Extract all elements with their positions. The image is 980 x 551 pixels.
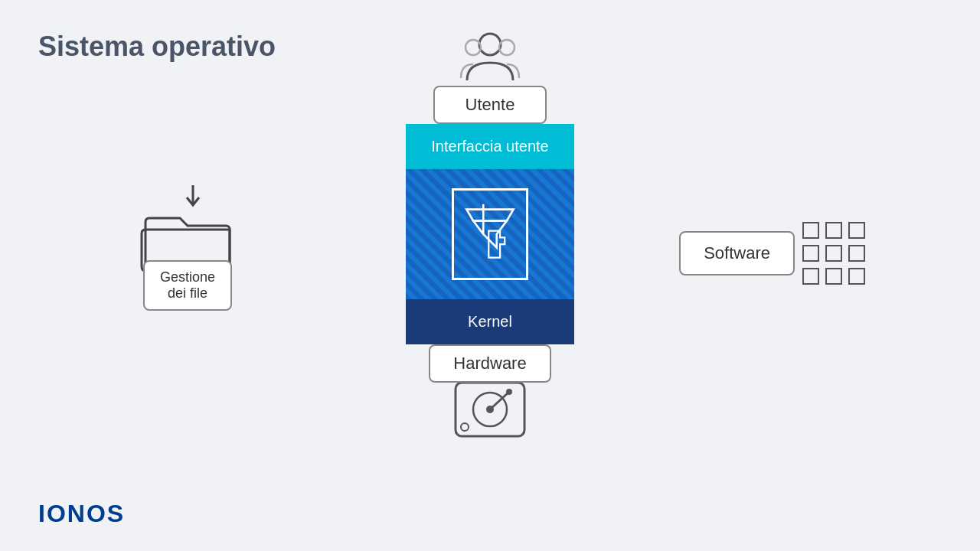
app-square-6: [848, 245, 865, 262]
software-block: Software: [679, 222, 865, 285]
center-column: Utente Interfaccia utente Kernel Hardwar…: [406, 31, 574, 444]
ui-layer: Interfaccia utente: [406, 124, 574, 169]
svg-point-2: [466, 40, 481, 55]
page-title: Sistema operativo: [38, 31, 276, 63]
svg-point-9: [461, 423, 469, 431]
hardware-block: Hardware: [429, 344, 550, 444]
app-square-7: [802, 268, 819, 285]
gestione-file-block: Gestione dei file: [138, 199, 237, 311]
app-square-8: [825, 268, 842, 285]
app-square-3: [848, 222, 865, 239]
os-stack: Interfaccia utente Kernel: [406, 124, 574, 344]
hdd-icon: [448, 375, 532, 444]
gestione-file-label: Gestione dei file: [143, 260, 232, 311]
svg-point-8: [506, 389, 512, 395]
kernel-layer: Kernel: [406, 299, 574, 344]
utente-label-box: Utente: [433, 86, 547, 124]
ionos-logo: IONOS: [38, 500, 125, 528]
apps-grid-icon: [802, 222, 865, 285]
filter-icon-box: [452, 188, 528, 280]
app-square-9: [848, 268, 865, 285]
middle-layer: [406, 169, 574, 299]
download-arrow-icon: [182, 185, 204, 210]
app-square-4: [802, 245, 819, 262]
app-square-1: [802, 222, 819, 239]
app-square-2: [825, 222, 842, 239]
person-icon: [459, 31, 521, 84]
svg-point-3: [499, 40, 514, 55]
utente-block: Utente: [433, 31, 547, 124]
app-square-5: [825, 245, 842, 262]
software-label: Software: [679, 231, 795, 276]
hardware-label-box: Hardware: [429, 344, 550, 383]
svg-point-1: [479, 34, 501, 55]
filter-funnel-icon: [463, 196, 517, 272]
